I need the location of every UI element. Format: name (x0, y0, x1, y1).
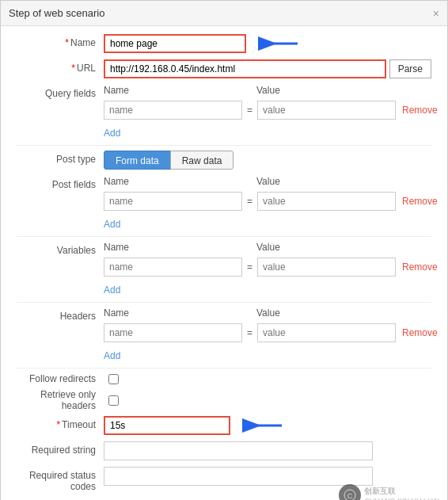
post-fields-content: Name Value = Remove Add (104, 176, 441, 230)
variables-add-link[interactable]: Add (104, 284, 120, 296)
required-string-content (104, 441, 431, 460)
headers-label: Headers (17, 307, 104, 322)
follow-redirects-row: Follow redirects (17, 373, 431, 384)
watermark-logo: C (339, 484, 361, 500)
follow-redirects-label: Follow redirects (17, 373, 104, 384)
watermark-text: 创新互联 CHUANG XIN HU LIAN (364, 486, 439, 500)
retrieve-only-headers-row: Retrieve only headers (17, 389, 431, 411)
timeout-label: *Timeout (17, 416, 104, 430)
variables-value-input[interactable] (257, 258, 396, 277)
required-status-codes-label: Required status codes (17, 467, 104, 492)
post-type-tab-group: Form data Raw data (104, 151, 233, 170)
watermark: C 创新互联 CHUANG XIN HU LIAN (339, 484, 439, 500)
query-fields-section: Query fields Name Value = Remove Add (17, 85, 431, 139)
name-input[interactable] (104, 34, 246, 53)
post-type-row: Post type Form data Raw data (17, 151, 431, 170)
query-fields-content: Name Value = Remove Add (104, 85, 441, 139)
post-name-input[interactable] (104, 192, 242, 211)
dialog-titlebar: Step of web scenario × (1, 1, 447, 26)
divider-2 (17, 236, 431, 237)
query-fields-label: Query fields (17, 85, 104, 99)
query-equals: = (245, 105, 254, 116)
headers-name-input[interactable] (104, 323, 242, 342)
post-col-value: Value (256, 176, 395, 187)
follow-redirects-checkbox[interactable] (108, 374, 119, 384)
name-required-star: * (65, 37, 69, 48)
post-equals: = (245, 196, 254, 207)
timeout-content (104, 416, 431, 435)
required-status-codes-content (104, 467, 431, 486)
post-value-input[interactable] (257, 192, 396, 211)
watermark-icon: C (344, 489, 356, 500)
query-name-input[interactable] (104, 101, 242, 120)
divider-1 (17, 145, 431, 146)
url-label: *URL (17, 59, 104, 74)
variables-col-headers: Name Value (104, 242, 395, 253)
retrieve-only-headers-label: Retrieve only headers (17, 389, 104, 411)
dialog-title: Step of web scenario (9, 7, 104, 19)
headers-content: Name Value = Remove Add (104, 307, 441, 361)
timeout-arrow-indicator (238, 418, 286, 433)
name-arrow-indicator (254, 36, 302, 52)
headers-section: Headers Name Value = Remove Add (17, 307, 431, 361)
query-col-value: Value (256, 85, 395, 96)
variables-label: Variables (17, 242, 104, 256)
tab-form-data[interactable]: Form data (104, 151, 171, 170)
tab-raw-data[interactable]: Raw data (170, 151, 234, 170)
variables-col-value: Value (256, 242, 395, 253)
url-content: Parse (104, 59, 431, 78)
query-add-link[interactable]: Add (104, 128, 120, 139)
url-row: *URL Parse (17, 59, 431, 78)
post-field-row: = Remove (104, 192, 441, 211)
name-content (104, 34, 431, 53)
variables-section: Variables Name Value = Remove Add (17, 242, 431, 296)
divider-3 (17, 302, 431, 303)
variables-remove-button[interactable]: Remove (399, 261, 441, 273)
retrieve-only-headers-checkbox[interactable] (108, 395, 119, 406)
post-remove-button[interactable]: Remove (399, 196, 441, 207)
post-fields-label: Post fields (17, 176, 104, 190)
variables-content: Name Value = Remove Add (104, 242, 441, 296)
required-status-codes-input[interactable] (104, 467, 373, 486)
watermark-line2: CHUANG XIN HU LIAN (364, 497, 439, 500)
required-string-input[interactable] (104, 441, 373, 460)
url-input[interactable] (104, 59, 386, 78)
post-col-headers: Name Value (104, 176, 395, 187)
close-button[interactable]: × (433, 8, 439, 19)
required-string-row: Required string (17, 441, 431, 460)
query-col-headers: Name Value (104, 85, 395, 96)
variables-equals: = (245, 261, 254, 273)
headers-col-value: Value (256, 307, 395, 319)
headers-col-headers: Name Value (104, 307, 395, 319)
post-fields-section: Post fields Name Value = Remove Add (17, 176, 431, 230)
variables-name-input[interactable] (104, 258, 242, 277)
query-field-row: = Remove (104, 101, 441, 120)
timeout-input[interactable] (104, 416, 230, 435)
variables-field-row: = Remove (104, 258, 441, 277)
required-string-label: Required string (17, 441, 104, 456)
parse-button[interactable]: Parse (389, 59, 431, 78)
variables-col-name: Name (104, 242, 242, 253)
headers-add-link[interactable]: Add (104, 350, 120, 361)
post-type-label: Post type (17, 151, 104, 165)
headers-col-name: Name (104, 307, 242, 319)
watermark-line1: 创新互联 (364, 486, 439, 497)
query-col-name: Name (104, 85, 242, 96)
query-value-input[interactable] (257, 101, 396, 120)
divider-4 (17, 368, 431, 368)
name-row: *Name (17, 34, 431, 53)
headers-value-input[interactable] (257, 323, 396, 342)
timeout-required-star: * (56, 419, 60, 430)
svg-text:C: C (347, 492, 353, 500)
headers-field-row: = Remove (104, 323, 441, 342)
post-add-link[interactable]: Add (104, 219, 120, 230)
url-required-star: * (71, 63, 75, 74)
headers-equals: = (245, 327, 254, 338)
headers-remove-button[interactable]: Remove (399, 327, 441, 338)
post-col-name: Name (104, 176, 242, 187)
dialog-body: *Name *URL (1, 26, 447, 500)
timeout-row: *Timeout (17, 416, 431, 435)
step-web-scenario-dialog: Step of web scenario × *Name (0, 0, 448, 500)
name-label: *Name (17, 34, 104, 48)
query-remove-button[interactable]: Remove (399, 105, 441, 116)
